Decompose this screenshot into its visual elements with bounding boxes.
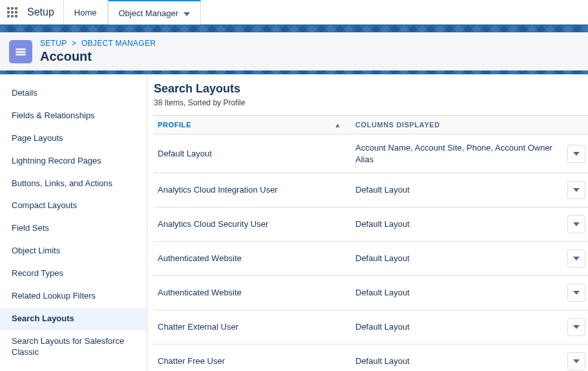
chevron-down-icon [184, 8, 190, 18]
cell-actions [563, 207, 588, 241]
table-row: Default LayoutAccount Name, Account Site… [154, 134, 588, 173]
sidebar-item-fields-relationships[interactable]: Fields & Relationships [0, 105, 147, 127]
breadcrumb-setup[interactable]: SETUP [40, 39, 67, 48]
table-row: Chatter Free UserDefault Layout [154, 344, 588, 371]
breadcrumb[interactable]: SETUP > OBJECT MANAGER [40, 39, 156, 48]
cell-profile: Chatter External User [154, 313, 352, 341]
cell-actions [563, 242, 588, 275]
table-header: PROFILE ▲ COLUMNS DISPLAYED [154, 115, 588, 134]
main-content: Search Layouts 38 Items, Sorted by Profi… [147, 74, 588, 371]
table-row: Analytics Cloud Security UserDefault Lay… [154, 207, 588, 242]
cell-actions [563, 276, 588, 310]
column-header-columns-displayed[interactable]: COLUMNS DISPLAYED [352, 116, 563, 134]
sidebar-item-details[interactable]: Details [0, 82, 147, 105]
row-action-menu-button[interactable] [567, 215, 585, 233]
breadcrumb-separator: > [72, 39, 76, 48]
cell-columns-displayed: Account Name, Account Site, Phone, Accou… [352, 134, 563, 173]
row-action-menu-button[interactable] [567, 352, 585, 370]
row-action-menu-button[interactable] [567, 318, 585, 336]
breadcrumb-object-manager[interactable]: OBJECT MANAGER [81, 39, 156, 48]
sidebar-item-field-sets[interactable]: Field Sets [0, 217, 147, 240]
row-action-menu-button[interactable] [567, 145, 585, 163]
page-header: SETUP > OBJECT MANAGER Account [0, 32, 588, 70]
sidebar-item-record-types[interactable]: Record Types [0, 262, 147, 285]
cell-actions [563, 137, 588, 171]
table-row: Authenticated WebsiteDefault Layout [154, 242, 588, 276]
top-nav: Setup HomeObject Manager [0, 0, 588, 25]
sidebar-item-compact-layouts[interactable]: Compact Layouts [0, 195, 147, 217]
cell-columns-displayed: Default Layout [352, 211, 563, 238]
cell-columns-displayed: Default Layout [352, 245, 563, 272]
sidebar-item-buttons-links-and-actions[interactable]: Buttons, Links, and Actions [0, 173, 147, 195]
table-row: Chatter External UserDefault Layout [154, 310, 588, 344]
app-title: Setup [25, 6, 63, 18]
cell-profile: Analytics Cloud Security User [154, 211, 352, 238]
cell-profile: Default Layout [154, 140, 352, 167]
table-row: Authenticated WebsiteDefault Layout [154, 276, 588, 310]
table-row: Analytics Cloud Integration UserDefault … [154, 173, 588, 207]
row-action-menu-button[interactable] [567, 284, 585, 302]
sidebar-item-lightning-record-pages[interactable]: Lightning Record Pages [0, 150, 147, 173]
cell-columns-displayed: Default Layout [352, 279, 563, 306]
main-subtitle: 38 Items, Sorted by Profile [154, 98, 588, 107]
sidebar-item-search-layouts[interactable]: Search Layouts [0, 308, 147, 330]
nav-tab-home[interactable]: Home [63, 0, 108, 25]
column-header-actions [563, 116, 588, 134]
cell-columns-displayed: Default Layout [352, 348, 563, 371]
sort-ascending-icon: ▲ [335, 122, 342, 129]
sidebar-item-page-layouts[interactable]: Page Layouts [0, 127, 147, 150]
nav-tab-label: Object Manager [119, 8, 179, 18]
row-action-menu-button[interactable] [567, 249, 585, 268]
cell-profile: Authenticated Website [154, 279, 352, 306]
cell-actions [563, 173, 588, 207]
sidebar-item-related-lookup-filters[interactable]: Related Lookup Filters [0, 285, 147, 308]
page-title: Account [40, 49, 156, 64]
nav-tab-object-manager[interactable]: Object Manager [108, 0, 202, 25]
decorative-bar [0, 25, 588, 32]
cell-profile: Chatter Free User [154, 348, 352, 371]
cell-columns-displayed: Default Layout [352, 313, 563, 341]
cell-profile: Analytics Cloud Integration User [154, 176, 352, 204]
sidebar-item-search-layouts-for-salesforce-classic[interactable]: Search Layouts for Salesforce Classic [0, 330, 147, 364]
object-icon [9, 40, 32, 63]
sidebar: DetailsFields & RelationshipsPage Layout… [0, 74, 147, 371]
cell-columns-displayed: Default Layout [352, 176, 563, 204]
cell-profile: Authenticated Website [154, 245, 352, 272]
main-title: Search Layouts [154, 82, 588, 96]
nav-tab-label: Home [74, 8, 97, 17]
sidebar-item-object-limits[interactable]: Object Limits [0, 240, 147, 262]
row-action-menu-button[interactable] [567, 181, 585, 199]
cell-actions [563, 344, 588, 371]
cell-actions [563, 310, 588, 344]
app-launcher-icon[interactable] [0, 7, 25, 17]
column-header-profile[interactable]: PROFILE ▲ [154, 116, 352, 134]
